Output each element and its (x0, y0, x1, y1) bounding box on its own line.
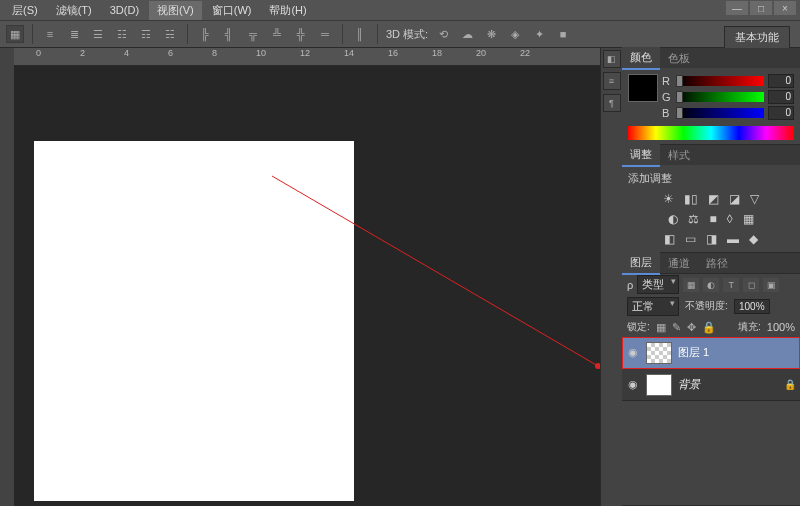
distribute-icon[interactable]: ║ (351, 25, 369, 43)
ruler-tick: 4 (124, 48, 129, 58)
layer-filter-type[interactable]: 类型 (637, 275, 679, 294)
layer-thumbnail[interactable] (646, 342, 672, 364)
exposure-icon[interactable]: ◪ (729, 192, 740, 206)
layer-row[interactable]: ◉图层 1 (622, 337, 800, 369)
color-slider[interactable] (676, 108, 764, 118)
posterize-icon[interactable]: ▭ (685, 232, 696, 246)
fill-value[interactable]: 100% (767, 321, 795, 333)
menu-item[interactable]: 窗口(W) (204, 1, 260, 20)
distribute-icon[interactable]: ╠ (196, 25, 214, 43)
distribute-icon[interactable]: ╩ (268, 25, 286, 43)
menu-item[interactable]: 帮助(H) (261, 1, 314, 20)
invert-icon[interactable]: ◧ (664, 232, 675, 246)
menu-item[interactable]: 层(S) (4, 1, 46, 20)
align-icon[interactable]: ☶ (137, 25, 155, 43)
minimize-button[interactable]: — (726, 1, 748, 15)
lock-label: 锁定: (627, 320, 650, 334)
tab-adjustments[interactable]: 调整 (622, 144, 660, 167)
channel-value[interactable]: 0 (768, 106, 794, 120)
3d-icon[interactable]: ❋ (482, 25, 500, 43)
foreground-color-swatch[interactable] (628, 74, 658, 102)
channel-value[interactable]: 0 (768, 74, 794, 88)
3d-icon[interactable]: ☁ (458, 25, 476, 43)
tab-color[interactable]: 颜色 (622, 47, 660, 70)
panel-tab-icon[interactable]: ◧ (603, 50, 621, 68)
panel-tab-icon[interactable]: ≡ (603, 72, 621, 90)
menu-item[interactable]: 3D(D) (102, 2, 147, 18)
menu-item[interactable]: 滤镜(T) (48, 1, 100, 20)
distribute-icon[interactable]: ╦ (244, 25, 262, 43)
lock-pixels-icon[interactable]: ▦ (656, 321, 666, 334)
curves-icon[interactable]: ◩ (708, 192, 719, 206)
filter-type-icon[interactable]: T (723, 278, 739, 292)
channel-value[interactable]: 0 (768, 90, 794, 104)
tab-channels[interactable]: 通道 (660, 253, 698, 274)
layer-name[interactable]: 图层 1 (678, 345, 709, 360)
ruler-tick: 8 (212, 48, 217, 58)
distribute-icon[interactable]: ╬ (292, 25, 310, 43)
brightness-icon[interactable]: ☀ (663, 192, 674, 206)
visibility-icon[interactable]: ◉ (626, 378, 640, 391)
layer-name[interactable]: 背景 (678, 377, 700, 392)
tab-swatches[interactable]: 色板 (660, 48, 698, 69)
blend-mode-select[interactable]: 正常 (627, 297, 679, 316)
3d-icon[interactable]: ◈ (506, 25, 524, 43)
layer-row[interactable]: ◉背景🔒 (622, 369, 800, 401)
tab-styles[interactable]: 样式 (660, 145, 698, 166)
layer-thumbnail[interactable] (646, 374, 672, 396)
align-icon[interactable]: ☵ (161, 25, 179, 43)
filter-smart-icon[interactable]: ▣ (763, 278, 779, 292)
opacity-value[interactable]: 100% (734, 299, 770, 314)
filter-shape-icon[interactable]: ◻ (743, 278, 759, 292)
color-spectrum[interactable] (628, 126, 794, 140)
canvas-area[interactable] (14, 66, 600, 506)
3d-icon[interactable]: ✦ (530, 25, 548, 43)
tool-icon[interactable]: ▦ (6, 25, 24, 43)
rgb-sliders: R0G0B0 (662, 74, 794, 120)
ruler-tick: 14 (344, 48, 354, 58)
vibrance-icon[interactable]: ▽ (750, 192, 759, 206)
balance-icon[interactable]: ⚖ (688, 212, 699, 226)
lock-position-icon[interactable]: ✎ (672, 321, 681, 334)
align-icon[interactable]: ≣ (65, 25, 83, 43)
lock-all-icon[interactable]: 🔒 (702, 321, 716, 334)
visibility-icon[interactable]: ◉ (626, 346, 640, 359)
lock-icon: 🔒 (784, 379, 796, 390)
maximize-button[interactable]: □ (750, 1, 772, 15)
tab-paths[interactable]: 路径 (698, 253, 736, 274)
3d-icon[interactable]: ⟲ (434, 25, 452, 43)
filter-pixel-icon[interactable]: ▦ (683, 278, 699, 292)
ruler-tick: 12 (300, 48, 310, 58)
bw-icon[interactable]: ■ (709, 212, 716, 226)
collapsed-panel-tabs: ◧ ≡ ¶ (600, 48, 622, 506)
color-slider[interactable] (676, 92, 764, 102)
align-icon[interactable]: ☰ (89, 25, 107, 43)
photo-filter-icon[interactable]: ◊ (727, 212, 733, 226)
menu-bar: 层(S)滤镜(T)3D(D)视图(V)窗口(W)帮助(H) (0, 0, 800, 20)
adjustments-panel: 调整 样式 添加调整 ☀ ▮▯ ◩ ◪ ▽ ◐ ⚖ ■ (622, 145, 800, 253)
tab-layers[interactable]: 图层 (622, 252, 660, 275)
close-button[interactable]: × (774, 1, 796, 15)
ruler-tick: 2 (80, 48, 85, 58)
distribute-icon[interactable]: ╣ (220, 25, 238, 43)
levels-icon[interactable]: ▮▯ (684, 192, 698, 206)
gradient-map-icon[interactable]: ▬ (727, 232, 739, 246)
align-icon[interactable]: ≡ (41, 25, 59, 43)
color-slider[interactable] (676, 76, 764, 86)
lock-move-icon[interactable]: ✥ (687, 321, 696, 334)
selective-color-icon[interactable]: ◆ (749, 232, 758, 246)
channel-mixer-icon[interactable]: ▦ (743, 212, 754, 226)
document-workspace: 0246810121416182022 (0, 48, 600, 506)
3d-icon[interactable]: ■ (554, 25, 572, 43)
threshold-icon[interactable]: ◨ (706, 232, 717, 246)
adjustments-title: 添加调整 (628, 171, 794, 186)
workspace-switcher[interactable]: 基本功能 (724, 26, 790, 49)
hue-icon[interactable]: ◐ (668, 212, 678, 226)
filter-adjustment-icon[interactable]: ◐ (703, 278, 719, 292)
horizontal-ruler: 0246810121416182022 (14, 48, 600, 66)
distribute-icon[interactable]: ═ (316, 25, 334, 43)
menu-item[interactable]: 视图(V) (149, 1, 202, 20)
panel-tab-icon[interactable]: ¶ (603, 94, 621, 112)
align-icon[interactable]: ☷ (113, 25, 131, 43)
canvas[interactable] (34, 141, 354, 501)
